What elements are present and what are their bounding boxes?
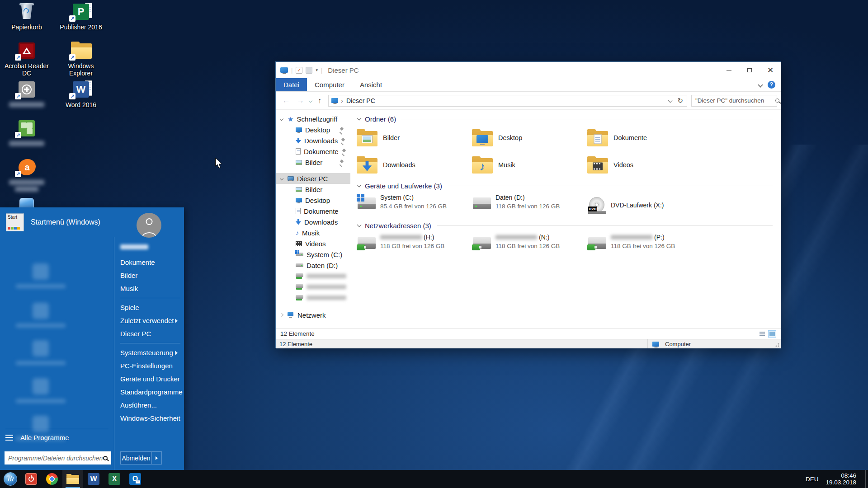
- tab-file[interactable]: Datei: [276, 78, 307, 91]
- desktop-icon-windows-explorer[interactable]: ↗ Windows Explorer: [57, 42, 104, 77]
- drive-tile-data-d[interactable]: Daten (D:) 118 GB frei von 126 GB: [472, 194, 587, 217]
- expander-icon[interactable]: [280, 117, 283, 121]
- folder-tile-videos[interactable]: Videos: [587, 154, 703, 176]
- logoff-button[interactable]: Abmelden: [120, 451, 152, 465]
- sidebar-item-network-drive-1[interactable]: [276, 271, 350, 282]
- start-item-devices-printers[interactable]: Geräte und Drucker: [120, 372, 180, 385]
- redacted-app-item[interactable]: [14, 263, 68, 288]
- network-drive-tile-n[interactable]: (N:) 118 GB frei von 126 GB: [472, 234, 587, 257]
- recent-locations-icon[interactable]: [309, 99, 312, 102]
- address-bar[interactable]: › Dieser PC ↻: [328, 95, 687, 107]
- redacted-app-item[interactable]: [14, 340, 68, 365]
- folder-tile-downloads[interactable]: Downloads: [357, 154, 472, 176]
- search-box[interactable]: [691, 95, 777, 107]
- sidebar-item-pc-videos[interactable]: Videos: [276, 238, 350, 249]
- maximize-button[interactable]: [739, 62, 760, 78]
- sidebar-item-documents[interactable]: Dokumente: [276, 146, 350, 157]
- sidebar-item-desktop[interactable]: Desktop: [276, 124, 350, 135]
- collapse-icon[interactable]: [357, 223, 362, 227]
- expand-ribbon-icon[interactable]: [758, 82, 763, 87]
- collapse-icon[interactable]: [357, 116, 362, 121]
- group-header-devices[interactable]: Geräte und Laufwerke (3): [357, 180, 781, 191]
- group-header-network[interactable]: Netzwerkadressen (3): [357, 220, 781, 231]
- sidebar-this-pc[interactable]: Dieser PC: [276, 173, 350, 184]
- taskbar-word[interactable]: W: [83, 470, 104, 488]
- folder-tile-pictures[interactable]: Bilder: [357, 127, 472, 149]
- search-input[interactable]: [695, 97, 775, 104]
- resize-grip[interactable]: [774, 341, 780, 347]
- tab-view[interactable]: Ansicht: [352, 78, 390, 91]
- collapse-icon[interactable]: [357, 183, 362, 188]
- desktop-icon-publisher[interactable]: P ↗ Publisher 2016: [57, 3, 104, 31]
- start-item-music[interactable]: Musik: [120, 282, 180, 295]
- logoff-options-button[interactable]: [152, 451, 162, 465]
- desktop-icon-recycle-bin[interactable]: Papierkorb: [3, 3, 50, 31]
- start-item-documents[interactable]: Dokumente: [120, 256, 180, 269]
- sidebar-item-pictures[interactable]: Bilder: [276, 157, 350, 168]
- details-view-button[interactable]: [758, 330, 766, 338]
- clock[interactable]: 08:46 19.03.2018: [826, 472, 858, 486]
- properties-check-icon[interactable]: ✓: [296, 67, 302, 74]
- folder-tile-documents[interactable]: Dokumente: [587, 127, 703, 149]
- sidebar-item-pc-music[interactable]: ♪ Musik: [276, 227, 350, 238]
- drive-tile-system-c[interactable]: System (C:) 85.4 GB frei von 126 GB: [357, 194, 472, 217]
- start-item-pc-settings[interactable]: PC-Einstellungen: [120, 359, 180, 372]
- forward-button[interactable]: →: [293, 96, 307, 105]
- sidebar-item-network-drive-3[interactable]: [276, 292, 350, 303]
- taskbar-outlook[interactable]: O: [125, 470, 146, 488]
- expander-icon[interactable]: [280, 177, 283, 180]
- desktop-icon-redacted-3[interactable]: a ↗: [3, 158, 50, 192]
- folder-tile-desktop[interactable]: Desktop: [472, 127, 587, 149]
- icons-view-button[interactable]: [768, 330, 776, 338]
- start-search-box[interactable]: [5, 451, 111, 465]
- language-indicator[interactable]: DEU: [806, 476, 819, 483]
- all-programs-button[interactable]: Alle Programme: [5, 430, 108, 445]
- sidebar-item-pc-pictures[interactable]: Bilder: [276, 184, 350, 195]
- sidebar-item-downloads[interactable]: Downloads: [276, 135, 350, 146]
- desktop-icon-redacted-1[interactable]: ↗: [3, 80, 50, 107]
- start-item-this-pc[interactable]: Dieser PC: [120, 327, 180, 340]
- breadcrumb[interactable]: Dieser PC: [346, 97, 375, 104]
- user-avatar[interactable]: [137, 213, 161, 238]
- new-folder-icon[interactable]: [306, 67, 312, 74]
- sidebar-item-pc-documents[interactable]: Dokumente: [276, 206, 350, 216]
- minimize-button[interactable]: [718, 62, 739, 78]
- start-item-recent[interactable]: Zuletzt verwendet: [120, 314, 180, 327]
- start-item-run[interactable]: Ausführen...: [120, 399, 180, 412]
- close-button[interactable]: ✕: [760, 62, 781, 78]
- drive-tile-dvd-x[interactable]: DVD DVD-Laufwerk (X:): [587, 194, 703, 217]
- start-button[interactable]: [0, 470, 21, 488]
- desktop-icon-word[interactable]: W ↗ Word 2016: [57, 80, 104, 108]
- group-header-folders[interactable]: Ordner (6): [357, 113, 781, 124]
- start-item-control-panel[interactable]: Systemsteuerung: [120, 346, 180, 359]
- sidebar-network[interactable]: Netzwerk: [276, 310, 350, 320]
- show-desktop-button[interactable]: [865, 470, 868, 488]
- expander-icon[interactable]: [280, 313, 283, 317]
- start-item-windows-security[interactable]: Windows-Sicherheit: [120, 412, 180, 425]
- desktop-icon-acrobat[interactable]: ↗ Acrobat Reader DC: [3, 42, 50, 77]
- start-item-default-programs[interactable]: Standardprogramme: [120, 385, 180, 399]
- up-button[interactable]: ↑: [314, 97, 326, 105]
- start-search-input[interactable]: [8, 455, 103, 462]
- taskbar-excel[interactable]: X: [104, 470, 125, 488]
- desktop-icon-redacted-2[interactable]: ↗: [3, 119, 50, 146]
- taskbar-power-app[interactable]: [21, 470, 42, 488]
- back-button[interactable]: ←: [279, 96, 293, 105]
- title-bar[interactable]: | ✓ ▾ | Dieser PC ✕: [276, 62, 781, 78]
- start-item-games[interactable]: Spiele: [120, 301, 180, 314]
- start-item-pictures[interactable]: Bilder: [120, 269, 180, 282]
- address-dropdown-icon[interactable]: [668, 99, 673, 103]
- sidebar-item-pc-downloads[interactable]: Downloads: [276, 216, 350, 227]
- qat-customize-icon[interactable]: ▾: [316, 68, 318, 72]
- taskbar-file-explorer[interactable]: [62, 470, 83, 488]
- taskbar-chrome[interactable]: [42, 470, 62, 488]
- tab-computer[interactable]: Computer: [307, 78, 352, 91]
- sidebar-item-system-c[interactable]: System (C:): [276, 249, 350, 260]
- network-drive-tile-p[interactable]: (P:) 118 GB frei von 126 GB: [587, 234, 703, 257]
- redacted-app-item[interactable]: [14, 303, 68, 328]
- sidebar-quick-access[interactable]: ★ Schnellzugriff: [276, 113, 350, 124]
- sidebar-item-pc-desktop[interactable]: Desktop: [276, 195, 350, 206]
- network-drive-tile-h[interactable]: (H:) 118 GB frei von 126 GB: [357, 234, 472, 257]
- help-icon[interactable]: ?: [768, 81, 775, 89]
- refresh-icon[interactable]: ↻: [677, 97, 683, 105]
